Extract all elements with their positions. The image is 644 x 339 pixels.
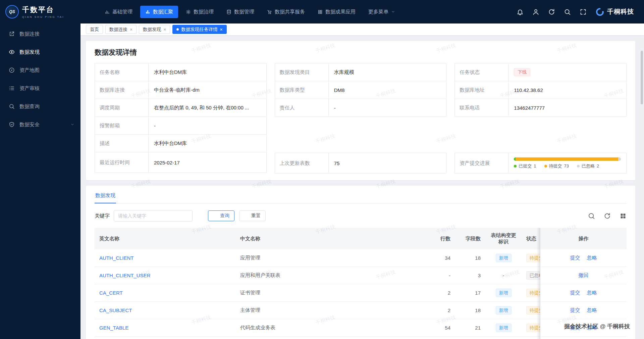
action-link[interactable]: 提交	[570, 325, 580, 330]
table-row-2: CA_CERT证书管理217新增待提交提交忽略	[95, 284, 627, 302]
action-link[interactable]: 撤回	[579, 272, 589, 278]
status-cell: 待提交	[522, 289, 540, 297]
field-label: 责任人	[275, 99, 329, 116]
change-cell: 新增	[485, 289, 522, 297]
open-tab-2[interactable]: 数据发现×	[139, 25, 170, 34]
nav-item-6[interactable]: 更多菜单	[363, 6, 400, 18]
detail-field: 上次更新表数75	[275, 153, 447, 174]
cart-icon	[267, 9, 272, 14]
query-button[interactable]: 查询	[208, 210, 234, 221]
close-icon[interactable]: ×	[220, 27, 222, 32]
user-icon[interactable]	[532, 8, 539, 15]
field-label: 数据库地址	[455, 81, 508, 99]
table-name-link[interactable]: CA_SUBJECT	[99, 307, 132, 313]
field-count-cell: 21	[455, 325, 485, 331]
cn-name-cell: 应用管理	[235, 255, 418, 261]
legend-dot-icon	[577, 165, 580, 167]
open-tab-0[interactable]: 首页	[86, 25, 103, 34]
sidebar-item-3[interactable]: 资产审核	[0, 79, 80, 97]
detail-spacer	[454, 117, 627, 153]
nav-item-label: 更多菜单	[368, 9, 388, 15]
detail-field: 描述水利中台DM库	[95, 134, 267, 152]
sidebar-item-2[interactable]: 资产地图	[0, 61, 80, 79]
collapse-sidebar-icon[interactable]	[87, 8, 94, 15]
detail-field: 联系电话13462477777	[454, 99, 627, 117]
audit-list-icon	[9, 85, 15, 91]
status-badge: 下线	[514, 68, 530, 76]
chevron-down-icon	[391, 10, 395, 14]
col-header-rows: 行数	[418, 236, 455, 242]
change-cell: 新增	[485, 306, 522, 314]
table-name-link[interactable]: GEN_TABLE	[99, 325, 128, 331]
discovery-details-card: 数据发现详情 任务名称水利中台DM库数据库连接中台业务-临时库-dm调度周期在整…	[86, 41, 635, 180]
field-label: 资产提交进展	[455, 153, 508, 173]
sync-icon[interactable]	[548, 8, 555, 15]
table-row-0: AUTH_CLIENT应用管理3418新增待提交提交忽略	[95, 249, 627, 267]
page-title: 数据发现详情	[95, 48, 627, 57]
field-label: 调度周期	[95, 99, 149, 116]
action-link[interactable]: 提交	[570, 290, 580, 295]
table-body: AUTH_CLIENT应用管理3418新增待提交提交忽略AUTH_CLIENT_…	[95, 249, 627, 337]
section-tabs: 数据发现	[95, 192, 627, 204]
tab-data-discovery[interactable]: 数据发现	[95, 192, 116, 203]
nav-item-5[interactable]: 数据成果应用	[313, 6, 361, 18]
partial-row	[95, 337, 627, 339]
sidebar-item-1[interactable]: 数据发现	[0, 43, 80, 61]
chevron-down-icon	[70, 123, 74, 127]
sidebar-item-0[interactable]: 数据连接	[0, 25, 80, 43]
nav-item-4[interactable]: 数据共享服务	[262, 6, 310, 18]
app-subtitle: QIAN SHU PING TAI	[22, 15, 64, 18]
app-grid-icon	[318, 9, 323, 14]
action-link[interactable]: 忽略	[587, 325, 597, 330]
field-count-cell: 17	[455, 290, 485, 296]
table-name-link[interactable]: AUTH_CLIENT	[99, 255, 134, 261]
vertical-scrollbar-thumb[interactable]	[641, 51, 643, 104]
field-count-cell: 3	[455, 273, 485, 278]
detail-field: 数据库地址110.42.38.62	[454, 81, 627, 99]
detail-field: 数据发现类目水库规模	[275, 63, 447, 81]
field-count-cell: 18	[455, 255, 485, 261]
row-count-cell: 2	[418, 307, 455, 313]
keyword-input[interactable]	[114, 210, 193, 222]
sidebar: QS 千数平台 QIAN SHU PING TAI 数据连接数据发现资产地图资产…	[0, 0, 80, 339]
action-link[interactable]: 忽略	[587, 307, 597, 313]
field-label: 上次更新表数	[275, 153, 329, 173]
action-link[interactable]: 提交	[570, 255, 580, 260]
search-icon[interactable]	[564, 8, 571, 15]
refresh-icon[interactable]	[604, 212, 611, 220]
fullscreen-icon[interactable]	[580, 8, 587, 15]
close-icon[interactable]: ×	[130, 27, 132, 32]
nav-item-label: 数据治理	[194, 9, 214, 15]
open-tab-1[interactable]: 数据连接×	[105, 25, 137, 34]
bar-chart-icon	[105, 9, 110, 14]
field-value: 110.42.38.62	[514, 87, 543, 93]
table-name-link[interactable]: AUTH_CLIENT_USER	[99, 273, 151, 278]
nav-item-3[interactable]: 数据管理	[221, 6, 259, 18]
reset-button[interactable]: 重置	[239, 210, 266, 221]
bell-icon[interactable]	[517, 8, 524, 15]
sidebar-item-5[interactable]: 数据安全	[0, 115, 80, 134]
field-value: 水利中台DM库	[154, 140, 187, 147]
close-icon[interactable]: ×	[163, 27, 166, 32]
open-tab-3[interactable]: 数据发现任务详情×	[172, 25, 226, 34]
nav-item-2[interactable]: 数据治理	[181, 6, 219, 18]
table-name-link[interactable]: CA_CERT	[99, 290, 123, 296]
col-header-status: 状态	[522, 236, 540, 242]
row-count-cell: 34	[418, 255, 455, 261]
field-value: 在整点后的第 0, 49, 和 50 分钟, 在00:00 ...	[154, 105, 249, 111]
field-value: 13462477777	[514, 105, 545, 111]
detail-spacer	[275, 117, 447, 153]
action-link[interactable]: 忽略	[587, 255, 597, 260]
legend-item: 已提交1	[514, 163, 536, 169]
nav-item-0[interactable]: 基础管理	[100, 6, 138, 18]
field-value: 2025-02-17	[154, 160, 180, 165]
top-nav-menu: 基础管理数据汇聚数据治理数据管理数据共享服务数据成果应用更多菜单	[100, 6, 400, 18]
nav-item-1[interactable]: 数据汇聚	[140, 6, 178, 18]
action-link[interactable]: 忽略	[587, 290, 597, 295]
action-link[interactable]: 提交	[570, 307, 580, 313]
sidebar-item-4[interactable]: 数据查询	[0, 97, 80, 115]
grid-view-icon[interactable]	[620, 212, 627, 220]
top-nav-actions: 千桐科技	[517, 7, 644, 16]
action-cell: 提交忽略	[540, 255, 627, 261]
search-circle-icon[interactable]	[588, 212, 595, 220]
